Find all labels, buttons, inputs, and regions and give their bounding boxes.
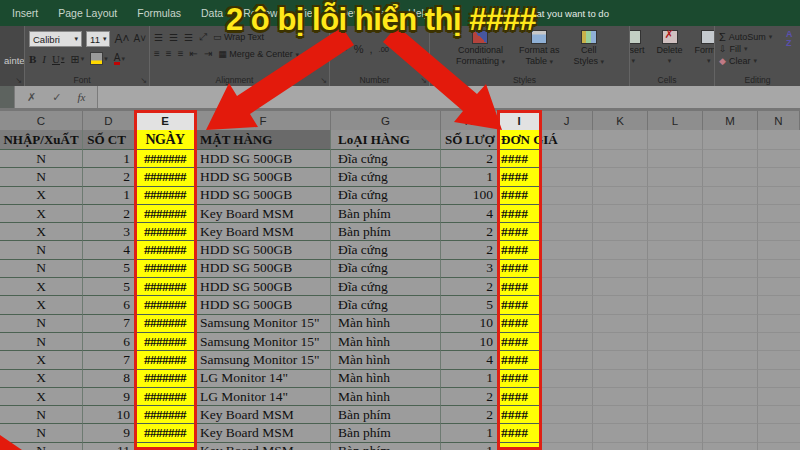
- empty-cell[interactable]: [593, 443, 648, 450]
- empty-cell[interactable]: [758, 130, 800, 150]
- header-cell-don-gia[interactable]: ĐƠN GIÁ: [498, 130, 541, 150]
- cell-don-gia-error[interactable]: ####: [498, 223, 541, 241]
- cell-don-gia-error[interactable]: ####: [498, 443, 541, 450]
- cell-loai-hang[interactable]: Đĩa cứng: [331, 296, 441, 314]
- percent-style-icon[interactable]: %: [354, 43, 364, 55]
- cell-styles-button[interactable]: CellStyles ▾: [571, 29, 608, 68]
- tab-data[interactable]: Data: [201, 7, 223, 19]
- column-header-g[interactable]: G: [331, 111, 441, 130]
- empty-cell[interactable]: [593, 168, 648, 186]
- cell-ngay-error[interactable]: #######: [135, 205, 196, 223]
- align-right-icon[interactable]: ≡: [178, 48, 183, 59]
- cell-nhap-xuat[interactable]: N: [0, 315, 83, 333]
- cell-loai-hang[interactable]: Màn hình: [331, 351, 441, 369]
- cell-nhap-xuat[interactable]: N: [0, 406, 83, 424]
- cell-so-luong[interactable]: 1: [441, 168, 498, 186]
- empty-cell[interactable]: [703, 150, 758, 168]
- insert-function-icon[interactable]: fx: [77, 91, 85, 103]
- empty-cell[interactable]: [758, 187, 800, 205]
- cell-nhap-xuat[interactable]: N: [0, 333, 83, 351]
- cell-loai-hang[interactable]: Đĩa cứng: [331, 241, 441, 259]
- increase-decimal-icon[interactable]: .00: [379, 45, 389, 54]
- format-painter-label-partial[interactable]: ainter: [4, 55, 21, 66]
- empty-cell[interactable]: [593, 205, 648, 223]
- cell-so-ct[interactable]: 6: [83, 333, 135, 351]
- empty-cell[interactable]: [593, 223, 648, 241]
- cell-nhap-xuat[interactable]: N: [0, 260, 83, 278]
- empty-cell[interactable]: [648, 443, 703, 450]
- empty-cell[interactable]: [758, 241, 800, 259]
- cell-don-gia-error[interactable]: ####: [498, 187, 541, 205]
- empty-cell[interactable]: [648, 370, 703, 388]
- cell-loai-hang[interactable]: Bàn phím: [331, 424, 441, 442]
- empty-cell[interactable]: [703, 424, 758, 442]
- number-dialog-launcher-icon[interactable]: ↘: [420, 77, 427, 85]
- column-header-h[interactable]: H: [441, 111, 498, 130]
- empty-cell[interactable]: [541, 443, 593, 450]
- cell-nhap-xuat[interactable]: X: [0, 278, 83, 296]
- empty-cell[interactable]: [703, 388, 758, 406]
- cell-nhap-xuat[interactable]: X: [0, 388, 83, 406]
- column-header-c[interactable]: C: [0, 111, 83, 130]
- cell-loai-hang[interactable]: Màn hình: [331, 333, 441, 351]
- cell-don-gia-error[interactable]: ####: [498, 296, 541, 314]
- empty-cell[interactable]: [758, 424, 800, 442]
- align-center-icon[interactable]: ≡: [166, 48, 171, 59]
- empty-cell[interactable]: [703, 370, 758, 388]
- column-header-m[interactable]: M: [703, 111, 758, 130]
- cell-so-ct[interactable]: 1: [83, 187, 135, 205]
- number-format-icon[interactable]: ⊡▾: [334, 43, 348, 55]
- cell-don-gia-error[interactable]: ####: [498, 260, 541, 278]
- column-header-k[interactable]: K: [593, 111, 648, 130]
- cell-don-gia-error[interactable]: ####: [498, 168, 541, 186]
- empty-cell[interactable]: [758, 278, 800, 296]
- empty-cell[interactable]: [541, 406, 593, 424]
- cell-nhap-xuat[interactable]: X: [0, 351, 83, 369]
- header-cell-so-ct[interactable]: SỐ CT: [83, 130, 135, 150]
- cell-mat-hang[interactable]: Samsung Monitor 15": [196, 351, 331, 369]
- empty-cell[interactable]: [541, 168, 593, 186]
- cell-don-gia-error[interactable]: ####: [498, 278, 541, 296]
- cell-so-luong[interactable]: 100: [441, 187, 498, 205]
- cell-nhap-xuat[interactable]: X: [0, 370, 83, 388]
- cell-so-ct[interactable]: 8: [83, 370, 135, 388]
- cell-mat-hang[interactable]: Key Board MSM: [196, 205, 331, 223]
- empty-cell[interactable]: [541, 370, 593, 388]
- empty-cell[interactable]: [648, 333, 703, 351]
- shrink-font-icon[interactable]: A˅: [133, 33, 146, 45]
- empty-cell[interactable]: [541, 278, 593, 296]
- empty-cell[interactable]: [648, 223, 703, 241]
- empty-cell[interactable]: [758, 333, 800, 351]
- empty-cell[interactable]: [758, 406, 800, 424]
- empty-cell[interactable]: [703, 333, 758, 351]
- tab-insert[interactable]: Insert: [12, 7, 38, 19]
- increase-indent-icon[interactable]: ⇥: [204, 48, 211, 59]
- empty-cell[interactable]: [593, 370, 648, 388]
- cell-mat-hang[interactable]: Samsung Monitor 15": [196, 315, 331, 333]
- font-size-select[interactable]: 11 ▾: [86, 31, 110, 47]
- cell-ngay-error[interactable]: #######: [135, 333, 196, 351]
- name-box-partial[interactable]: [0, 86, 15, 108]
- empty-cell[interactable]: [703, 296, 758, 314]
- insert-button[interactable]: Insert▾: [630, 29, 648, 67]
- empty-cell[interactable]: [593, 278, 648, 296]
- cell-so-luong[interactable]: 4: [441, 205, 498, 223]
- column-header-f[interactable]: F: [196, 111, 331, 130]
- cell-so-luong[interactable]: 1: [441, 424, 498, 442]
- cell-loai-hang[interactable]: Màn hình: [331, 315, 441, 333]
- clipboard-dialog-launcher-icon[interactable]: ↘: [15, 77, 22, 85]
- empty-cell[interactable]: [541, 260, 593, 278]
- empty-cell[interactable]: [593, 424, 648, 442]
- cell-so-ct[interactable]: 7: [83, 351, 135, 369]
- cell-don-gia-error[interactable]: ####: [498, 370, 541, 388]
- cell-so-luong[interactable]: 3: [441, 260, 498, 278]
- cell-ngay-error[interactable]: #######: [135, 424, 196, 442]
- column-header-n[interactable]: N: [758, 111, 800, 130]
- cell-don-gia-error[interactable]: ####: [498, 241, 541, 259]
- column-header-l[interactable]: L: [648, 111, 703, 130]
- empty-cell[interactable]: [648, 406, 703, 424]
- cell-mat-hang[interactable]: HDD SG 500GB: [196, 241, 331, 259]
- cell-don-gia-error[interactable]: ####: [498, 351, 541, 369]
- empty-cell[interactable]: [648, 130, 703, 150]
- empty-cell[interactable]: [593, 150, 648, 168]
